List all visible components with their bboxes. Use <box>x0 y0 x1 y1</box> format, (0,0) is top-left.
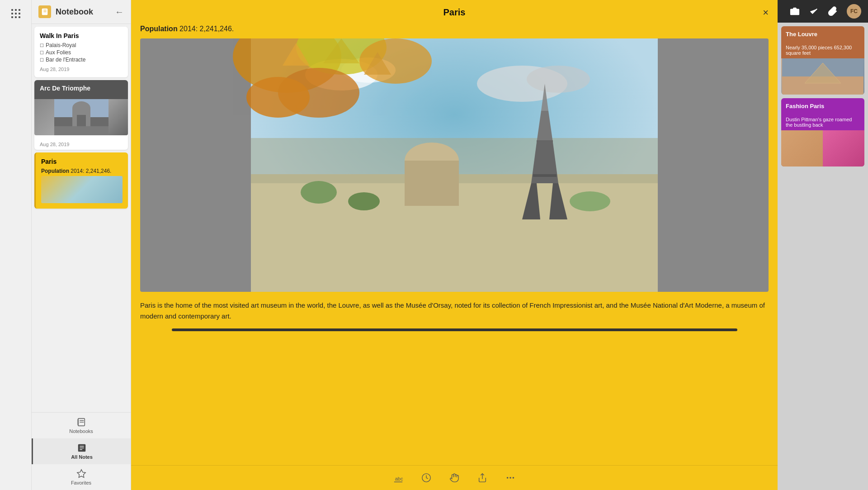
share-button[interactable] <box>477 473 487 483</box>
card-item-1: ☐ Palais-Royal <box>40 42 123 48</box>
svg-rect-3 <box>11 13 13 14</box>
hand-button[interactable] <box>449 473 459 483</box>
svg-point-15 <box>72 101 90 115</box>
clock-button[interactable] <box>421 473 431 483</box>
attach-icon[interactable] <box>828 6 838 16</box>
svg-text:abc: abc <box>395 476 403 481</box>
card-date: Aug 28, 2019 <box>40 67 123 72</box>
svg-rect-5 <box>19 13 20 14</box>
scroll-indicator <box>172 328 737 331</box>
card-date-arc: Aug 28, 2019 <box>40 142 123 147</box>
all-notes-label: All Notes <box>71 454 93 460</box>
card-title-arc: Arc De Triomphe <box>40 85 123 92</box>
modal-header: Paris × <box>131 0 778 25</box>
modal-close-button[interactable]: × <box>763 8 769 18</box>
svg-rect-17 <box>54 126 108 135</box>
fashion-title: Fashion Paris <box>781 98 864 114</box>
note-card-arc-de-triomphe[interactable]: Arc De Triomphe Aug 28, 2019 <box>34 80 128 150</box>
svg-point-35 <box>527 66 590 93</box>
svg-rect-1 <box>15 9 17 11</box>
modal-population: Population 2014: 2,241,246. <box>140 25 769 33</box>
card-item-2: ☐ Aux Folies <box>40 49 123 56</box>
svg-point-62 <box>507 477 509 479</box>
left-panel: Notebook ← Walk In Paris ☐ Palais-Royal … <box>32 0 131 490</box>
louvre-title: The Louvre <box>781 26 864 42</box>
louvre-image <box>781 58 864 95</box>
avatar[interactable]: FC <box>847 4 861 19</box>
sidebar-icons <box>0 0 32 490</box>
modal-title: Paris <box>443 7 466 18</box>
svg-rect-4 <box>15 13 17 14</box>
svg-point-63 <box>509 477 511 479</box>
svg-marker-26 <box>77 470 85 477</box>
svg-rect-8 <box>19 16 20 18</box>
svg-rect-7 <box>15 16 17 18</box>
svg-rect-19 <box>77 419 79 425</box>
arc-thumb <box>34 99 128 135</box>
svg-rect-0 <box>11 9 13 11</box>
modal-body: Population 2014: 2,241,246. <box>131 25 778 465</box>
svg-point-52 <box>359 38 432 84</box>
svg-rect-6 <box>11 16 13 18</box>
bottom-nav: Notebooks All Notes Favorites <box>32 412 131 490</box>
fashion-paris-card[interactable]: Fashion Paris Dustin Pittman's gaze roam… <box>781 98 864 167</box>
favorites-label: Favorites <box>71 480 91 485</box>
svg-rect-44 <box>533 174 557 177</box>
sidebar-item-notebooks[interactable]: Notebooks <box>32 413 131 438</box>
fashion-image <box>781 130 864 167</box>
svg-point-54 <box>246 77 310 118</box>
louvre-card[interactable]: The Louvre Nearly 35,000 pieces 652,300 … <box>781 26 864 95</box>
card-title: Walk In Paris <box>40 32 123 39</box>
notes-list: Walk In Paris ☐ Palais-Royal ☐ Aux Folie… <box>32 24 131 412</box>
notebook-icon <box>38 5 51 18</box>
app-grid-icon[interactable] <box>7 5 25 23</box>
sidebar-item-favorites[interactable]: Favorites <box>32 464 131 490</box>
fashion-body: Dustin Pittman's gaze roamed the bustlin… <box>781 114 864 130</box>
modal-body-text: Paris is the home of the most visited ar… <box>140 300 769 322</box>
paris-population-preview: Population 2014: 2,241,246. <box>41 168 123 174</box>
svg-rect-46 <box>405 161 459 206</box>
modal-paris-image <box>140 38 769 292</box>
panel-title: Notebook <box>56 7 93 17</box>
notebooks-label: Notebooks <box>69 428 93 434</box>
back-button[interactable]: ← <box>115 7 124 17</box>
more-button[interactable] <box>505 473 515 483</box>
sidebar-item-all-notes[interactable]: All Notes <box>32 438 131 464</box>
svg-point-64 <box>513 477 514 479</box>
svg-point-49 <box>570 191 610 211</box>
paris-thumb <box>41 176 123 203</box>
right-panel: The Louvre Nearly 35,000 pieces 652,300 … <box>778 23 868 490</box>
svg-point-48 <box>348 192 380 210</box>
svg-rect-2 <box>19 9 20 11</box>
paris-modal: Paris × Population 2014: 2,241,246. <box>131 0 778 490</box>
panel-header: Notebook ← <box>32 0 131 24</box>
note-card-paris[interactable]: Paris Population 2014: 2,241,246. <box>34 152 128 209</box>
main-area: FC The Louvre Nearly 35,000 pieces 652,3… <box>131 0 868 490</box>
louvre-body: Nearly 35,000 pieces 652,300 square feet <box>781 42 864 58</box>
svg-rect-43 <box>537 140 553 143</box>
card-item-3: ☐ Bar de l'Entracte <box>40 57 123 63</box>
modal-footer: abc <box>131 465 778 490</box>
check-icon[interactable] <box>809 6 819 16</box>
note-card-walk-in-paris[interactable]: Walk In Paris ☐ Palais-Royal ☐ Aux Folie… <box>34 27 128 77</box>
camera-icon[interactable] <box>790 6 800 16</box>
top-toolbar: FC <box>778 0 868 23</box>
spell-button[interactable]: abc <box>393 473 403 483</box>
card-title-paris: Paris <box>41 158 123 165</box>
svg-point-47 <box>301 181 337 204</box>
